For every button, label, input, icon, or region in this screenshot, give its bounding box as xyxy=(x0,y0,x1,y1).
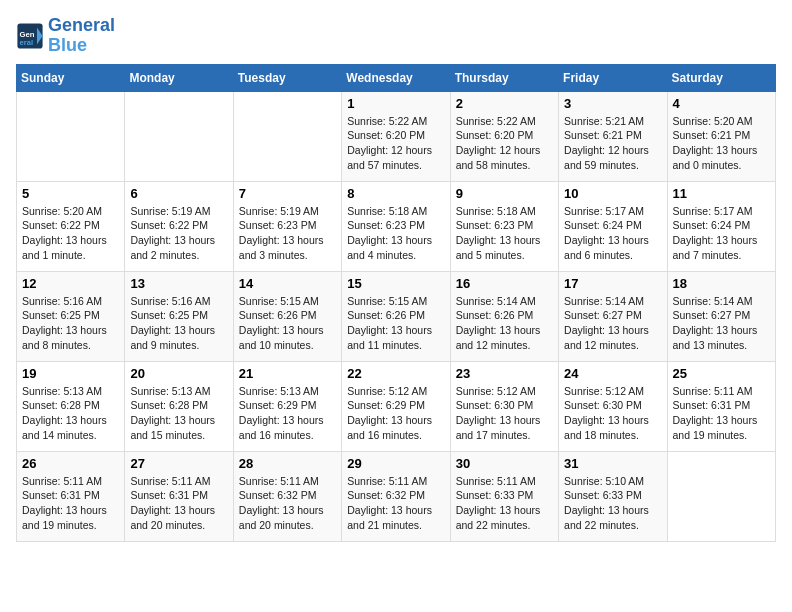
day-header-saturday: Saturday xyxy=(667,64,775,91)
day-cell: 25Sunrise: 5:11 AMSunset: 6:31 PMDayligh… xyxy=(667,361,775,451)
week-row-1: 1Sunrise: 5:22 AMSunset: 6:20 PMDaylight… xyxy=(17,91,776,181)
day-info: Sunrise: 5:22 AMSunset: 6:20 PMDaylight:… xyxy=(347,114,444,173)
day-cell: 13Sunrise: 5:16 AMSunset: 6:25 PMDayligh… xyxy=(125,271,233,361)
day-cell: 3Sunrise: 5:21 AMSunset: 6:21 PMDaylight… xyxy=(559,91,667,181)
day-info: Sunrise: 5:19 AMSunset: 6:22 PMDaylight:… xyxy=(130,204,227,263)
day-header-sunday: Sunday xyxy=(17,64,125,91)
day-cell: 28Sunrise: 5:11 AMSunset: 6:32 PMDayligh… xyxy=(233,451,341,541)
week-row-2: 5Sunrise: 5:20 AMSunset: 6:22 PMDaylight… xyxy=(17,181,776,271)
day-cell: 5Sunrise: 5:20 AMSunset: 6:22 PMDaylight… xyxy=(17,181,125,271)
day-info: Sunrise: 5:14 AMSunset: 6:26 PMDaylight:… xyxy=(456,294,553,353)
day-cell: 10Sunrise: 5:17 AMSunset: 6:24 PMDayligh… xyxy=(559,181,667,271)
day-header-thursday: Thursday xyxy=(450,64,558,91)
day-info: Sunrise: 5:14 AMSunset: 6:27 PMDaylight:… xyxy=(564,294,661,353)
day-cell: 24Sunrise: 5:12 AMSunset: 6:30 PMDayligh… xyxy=(559,361,667,451)
day-info: Sunrise: 5:11 AMSunset: 6:32 PMDaylight:… xyxy=(347,474,444,533)
day-number: 14 xyxy=(239,276,336,291)
day-number: 16 xyxy=(456,276,553,291)
day-info: Sunrise: 5:11 AMSunset: 6:31 PMDaylight:… xyxy=(22,474,119,533)
day-info: Sunrise: 5:11 AMSunset: 6:31 PMDaylight:… xyxy=(673,384,770,443)
day-number: 6 xyxy=(130,186,227,201)
day-number: 21 xyxy=(239,366,336,381)
day-number: 18 xyxy=(673,276,770,291)
day-cell: 19Sunrise: 5:13 AMSunset: 6:28 PMDayligh… xyxy=(17,361,125,451)
day-cell: 2Sunrise: 5:22 AMSunset: 6:20 PMDaylight… xyxy=(450,91,558,181)
day-cell: 23Sunrise: 5:12 AMSunset: 6:30 PMDayligh… xyxy=(450,361,558,451)
logo: Gen eral GeneralBlue xyxy=(16,16,115,56)
day-cell: 12Sunrise: 5:16 AMSunset: 6:25 PMDayligh… xyxy=(17,271,125,361)
day-number: 29 xyxy=(347,456,444,471)
day-cell: 22Sunrise: 5:12 AMSunset: 6:29 PMDayligh… xyxy=(342,361,450,451)
day-number: 25 xyxy=(673,366,770,381)
day-cell: 4Sunrise: 5:20 AMSunset: 6:21 PMDaylight… xyxy=(667,91,775,181)
day-cell: 8Sunrise: 5:18 AMSunset: 6:23 PMDaylight… xyxy=(342,181,450,271)
day-info: Sunrise: 5:13 AMSunset: 6:28 PMDaylight:… xyxy=(130,384,227,443)
day-cell: 1Sunrise: 5:22 AMSunset: 6:20 PMDaylight… xyxy=(342,91,450,181)
svg-text:eral: eral xyxy=(20,38,34,47)
page-header: Gen eral GeneralBlue xyxy=(16,16,776,56)
day-info: Sunrise: 5:20 AMSunset: 6:22 PMDaylight:… xyxy=(22,204,119,263)
day-info: Sunrise: 5:20 AMSunset: 6:21 PMDaylight:… xyxy=(673,114,770,173)
day-info: Sunrise: 5:16 AMSunset: 6:25 PMDaylight:… xyxy=(130,294,227,353)
calendar-header: SundayMondayTuesdayWednesdayThursdayFrid… xyxy=(17,64,776,91)
day-cell: 21Sunrise: 5:13 AMSunset: 6:29 PMDayligh… xyxy=(233,361,341,451)
day-number: 17 xyxy=(564,276,661,291)
day-info: Sunrise: 5:17 AMSunset: 6:24 PMDaylight:… xyxy=(564,204,661,263)
day-cell: 7Sunrise: 5:19 AMSunset: 6:23 PMDaylight… xyxy=(233,181,341,271)
day-info: Sunrise: 5:18 AMSunset: 6:23 PMDaylight:… xyxy=(456,204,553,263)
day-number: 9 xyxy=(456,186,553,201)
day-info: Sunrise: 5:11 AMSunset: 6:31 PMDaylight:… xyxy=(130,474,227,533)
day-cell xyxy=(17,91,125,181)
day-info: Sunrise: 5:11 AMSunset: 6:32 PMDaylight:… xyxy=(239,474,336,533)
day-info: Sunrise: 5:22 AMSunset: 6:20 PMDaylight:… xyxy=(456,114,553,173)
day-cell: 17Sunrise: 5:14 AMSunset: 6:27 PMDayligh… xyxy=(559,271,667,361)
day-info: Sunrise: 5:19 AMSunset: 6:23 PMDaylight:… xyxy=(239,204,336,263)
days-header-row: SundayMondayTuesdayWednesdayThursdayFrid… xyxy=(17,64,776,91)
day-number: 15 xyxy=(347,276,444,291)
day-cell: 26Sunrise: 5:11 AMSunset: 6:31 PMDayligh… xyxy=(17,451,125,541)
day-cell xyxy=(667,451,775,541)
day-header-wednesday: Wednesday xyxy=(342,64,450,91)
day-cell: 30Sunrise: 5:11 AMSunset: 6:33 PMDayligh… xyxy=(450,451,558,541)
day-cell: 9Sunrise: 5:18 AMSunset: 6:23 PMDaylight… xyxy=(450,181,558,271)
day-cell: 18Sunrise: 5:14 AMSunset: 6:27 PMDayligh… xyxy=(667,271,775,361)
calendar-table: SundayMondayTuesdayWednesdayThursdayFrid… xyxy=(16,64,776,542)
day-number: 7 xyxy=(239,186,336,201)
week-row-4: 19Sunrise: 5:13 AMSunset: 6:28 PMDayligh… xyxy=(17,361,776,451)
day-cell xyxy=(233,91,341,181)
day-info: Sunrise: 5:12 AMSunset: 6:30 PMDaylight:… xyxy=(456,384,553,443)
day-info: Sunrise: 5:18 AMSunset: 6:23 PMDaylight:… xyxy=(347,204,444,263)
day-info: Sunrise: 5:13 AMSunset: 6:28 PMDaylight:… xyxy=(22,384,119,443)
day-info: Sunrise: 5:17 AMSunset: 6:24 PMDaylight:… xyxy=(673,204,770,263)
day-number: 28 xyxy=(239,456,336,471)
day-info: Sunrise: 5:13 AMSunset: 6:29 PMDaylight:… xyxy=(239,384,336,443)
day-cell: 11Sunrise: 5:17 AMSunset: 6:24 PMDayligh… xyxy=(667,181,775,271)
day-number: 8 xyxy=(347,186,444,201)
day-cell: 16Sunrise: 5:14 AMSunset: 6:26 PMDayligh… xyxy=(450,271,558,361)
day-info: Sunrise: 5:11 AMSunset: 6:33 PMDaylight:… xyxy=(456,474,553,533)
day-cell: 15Sunrise: 5:15 AMSunset: 6:26 PMDayligh… xyxy=(342,271,450,361)
day-number: 12 xyxy=(22,276,119,291)
day-cell: 6Sunrise: 5:19 AMSunset: 6:22 PMDaylight… xyxy=(125,181,233,271)
day-number: 2 xyxy=(456,96,553,111)
day-number: 11 xyxy=(673,186,770,201)
day-info: Sunrise: 5:12 AMSunset: 6:29 PMDaylight:… xyxy=(347,384,444,443)
day-cell xyxy=(125,91,233,181)
day-cell: 14Sunrise: 5:15 AMSunset: 6:26 PMDayligh… xyxy=(233,271,341,361)
week-row-5: 26Sunrise: 5:11 AMSunset: 6:31 PMDayligh… xyxy=(17,451,776,541)
day-info: Sunrise: 5:21 AMSunset: 6:21 PMDaylight:… xyxy=(564,114,661,173)
day-number: 13 xyxy=(130,276,227,291)
day-number: 4 xyxy=(673,96,770,111)
day-number: 31 xyxy=(564,456,661,471)
calendar-body: 1Sunrise: 5:22 AMSunset: 6:20 PMDaylight… xyxy=(17,91,776,541)
day-number: 26 xyxy=(22,456,119,471)
day-number: 30 xyxy=(456,456,553,471)
day-cell: 29Sunrise: 5:11 AMSunset: 6:32 PMDayligh… xyxy=(342,451,450,541)
day-cell: 27Sunrise: 5:11 AMSunset: 6:31 PMDayligh… xyxy=(125,451,233,541)
day-number: 24 xyxy=(564,366,661,381)
day-info: Sunrise: 5:14 AMSunset: 6:27 PMDaylight:… xyxy=(673,294,770,353)
day-number: 3 xyxy=(564,96,661,111)
day-number: 1 xyxy=(347,96,444,111)
day-number: 5 xyxy=(22,186,119,201)
logo-text: GeneralBlue xyxy=(48,16,115,56)
